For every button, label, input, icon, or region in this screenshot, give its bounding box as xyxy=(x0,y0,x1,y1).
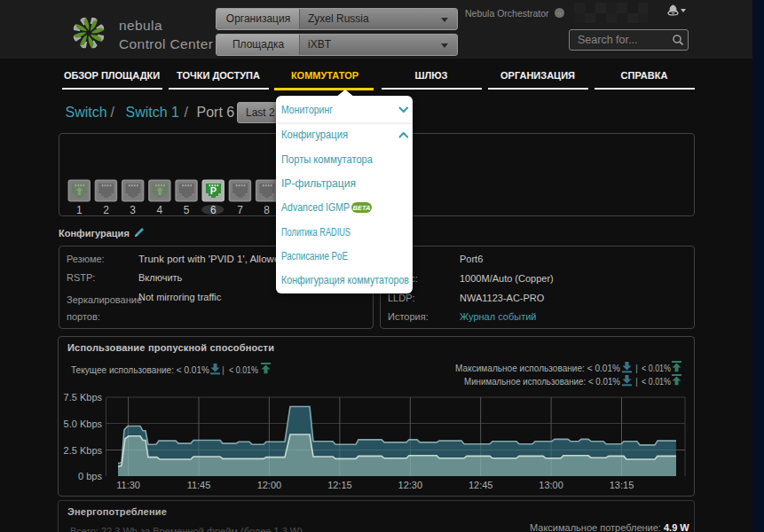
svg-text:Конфигурация: Конфигурация xyxy=(281,129,348,141)
svg-text:Расписание PoE: Расписание PoE xyxy=(281,250,348,262)
svg-text:2.5 Kbps: 2.5 Kbps xyxy=(64,445,103,456)
svg-text:12:15: 12:15 xyxy=(327,480,352,490)
svg-text:11:30: 11:30 xyxy=(116,480,140,490)
svg-text:5.0 Kbps: 5.0 Kbps xyxy=(64,419,103,429)
svg-text:Конфигурация коммутаторов: Конфигурация коммутаторов xyxy=(281,274,409,286)
svg-text:Политика RADIUS: Политика RADIUS xyxy=(281,226,350,239)
svg-text:12:00: 12:00 xyxy=(257,480,282,490)
svg-text:Порты коммутатора: Порты коммутатора xyxy=(281,153,373,166)
svg-text:13:00: 13:00 xyxy=(539,480,563,490)
svg-text:13:15: 13:15 xyxy=(610,480,634,490)
svg-text:Advanced IGMP: Advanced IGMP xyxy=(281,201,350,214)
svg-text:12:30: 12:30 xyxy=(398,480,423,490)
svg-text:12:45: 12:45 xyxy=(469,480,493,490)
svg-text:11:45: 11:45 xyxy=(187,480,211,490)
svg-text:Мониторинг: Мониторинг xyxy=(281,104,334,116)
svg-text:IP-фильтрация: IP-фильтрация xyxy=(281,177,356,190)
svg-text:0 bps: 0 bps xyxy=(78,471,102,481)
svg-text:BETA: BETA xyxy=(353,204,371,212)
svg-text:7.5 Kbps: 7.5 Kbps xyxy=(64,392,103,403)
